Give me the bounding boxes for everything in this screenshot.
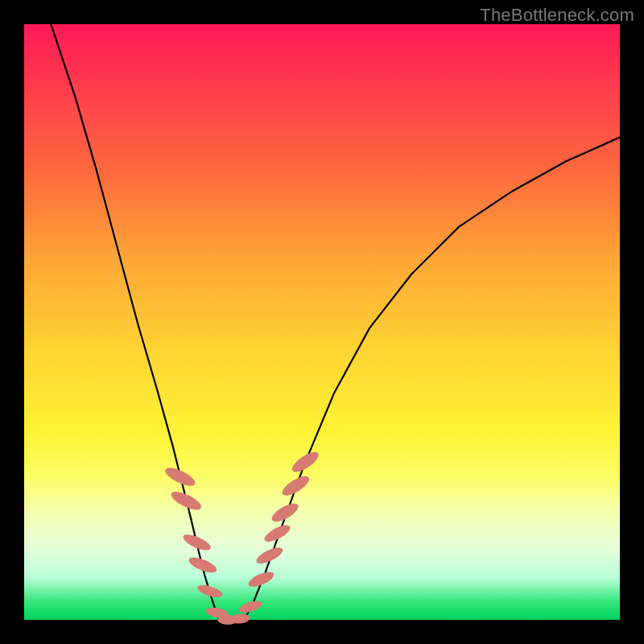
chart-container: TheBottleneck.com — [0, 0, 644, 644]
marker-oval — [246, 569, 276, 590]
bottleneck-curve — [51, 24, 620, 620]
marker-oval — [169, 488, 204, 513]
curve-path — [51, 24, 620, 620]
marker-oval — [196, 583, 225, 600]
marker-oval — [163, 464, 197, 489]
marker-oval — [279, 473, 312, 499]
marker-oval — [254, 544, 285, 567]
watermark-text: TheBottleneck.com — [480, 5, 634, 26]
chart-overlay — [24, 24, 620, 620]
marker-oval — [187, 555, 218, 576]
marker-oval — [262, 522, 293, 545]
marker-oval — [181, 531, 213, 553]
marker-oval — [289, 448, 321, 476]
marker-oval — [237, 599, 263, 615]
curve-markers — [163, 448, 321, 625]
marker-oval — [269, 500, 300, 525]
